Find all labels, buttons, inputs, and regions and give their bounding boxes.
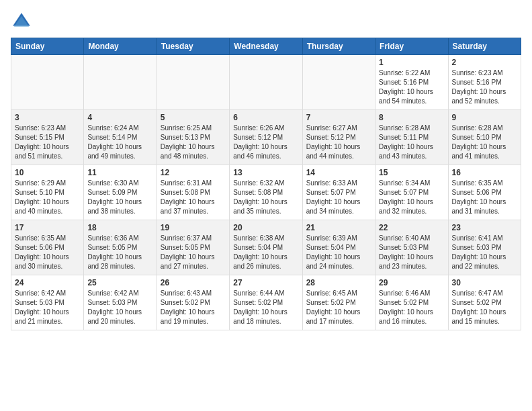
day-number: 26 <box>161 278 226 287</box>
calendar-cell: 25Sunrise: 6:42 AM Sunset: 5:03 PM Dayli… <box>84 275 157 330</box>
day-info: Sunrise: 6:38 AM Sunset: 5:04 PM Dayligh… <box>233 234 298 271</box>
day-info: Sunrise: 6:44 AM Sunset: 5:02 PM Dayligh… <box>233 289 298 326</box>
day-info: Sunrise: 6:40 AM Sunset: 5:03 PM Dayligh… <box>379 234 444 271</box>
page-header <box>11 11 521 32</box>
day-info: Sunrise: 6:22 AM Sunset: 5:16 PM Dayligh… <box>379 68 444 106</box>
weekday-header-friday: Friday <box>375 38 448 55</box>
calendar-cell: 13Sunrise: 6:32 AM Sunset: 5:08 PM Dayli… <box>230 165 302 220</box>
calendar-cell: 14Sunrise: 6:33 AM Sunset: 5:07 PM Dayli… <box>302 165 375 220</box>
day-info: Sunrise: 6:29 AM Sunset: 5:10 PM Dayligh… <box>15 179 80 216</box>
day-number: 23 <box>452 223 517 232</box>
calendar-cell: 18Sunrise: 6:36 AM Sunset: 5:05 PM Dayli… <box>84 220 157 275</box>
day-number: 12 <box>161 168 226 177</box>
calendar-cell: 2Sunrise: 6:23 AM Sunset: 5:16 PM Daylig… <box>448 55 521 110</box>
calendar-cell: 28Sunrise: 6:45 AM Sunset: 5:02 PM Dayli… <box>302 275 375 330</box>
calendar-cell: 19Sunrise: 6:37 AM Sunset: 5:05 PM Dayli… <box>157 220 229 275</box>
day-number: 6 <box>233 113 298 122</box>
calendar-cell: 15Sunrise: 6:34 AM Sunset: 5:07 PM Dayli… <box>375 165 448 220</box>
day-number: 30 <box>452 278 517 287</box>
calendar-cell: 27Sunrise: 6:44 AM Sunset: 5:02 PM Dayli… <box>230 275 302 330</box>
calendar-cell: 22Sunrise: 6:40 AM Sunset: 5:03 PM Dayli… <box>375 220 448 275</box>
calendar-cell: 20Sunrise: 6:38 AM Sunset: 5:04 PM Dayli… <box>230 220 302 275</box>
day-number: 27 <box>233 278 298 287</box>
week-row-1: 1Sunrise: 6:22 AM Sunset: 5:16 PM Daylig… <box>11 55 521 110</box>
calendar-cell: 9Sunrise: 6:28 AM Sunset: 5:10 PM Daylig… <box>448 110 521 165</box>
day-info: Sunrise: 6:25 AM Sunset: 5:13 PM Dayligh… <box>161 124 226 161</box>
day-info: Sunrise: 6:41 AM Sunset: 5:03 PM Dayligh… <box>452 234 517 271</box>
calendar-cell: 26Sunrise: 6:43 AM Sunset: 5:02 PM Dayli… <box>157 275 229 330</box>
calendar-cell: 17Sunrise: 6:35 AM Sunset: 5:06 PM Dayli… <box>11 220 84 275</box>
day-number: 16 <box>452 168 517 177</box>
day-info: Sunrise: 6:35 AM Sunset: 5:06 PM Dayligh… <box>15 234 80 271</box>
day-number: 8 <box>379 113 444 122</box>
weekday-header-thursday: Thursday <box>302 38 375 55</box>
day-number: 15 <box>379 168 444 177</box>
day-info: Sunrise: 6:35 AM Sunset: 5:06 PM Dayligh… <box>452 179 517 216</box>
day-info: Sunrise: 6:39 AM Sunset: 5:04 PM Dayligh… <box>306 234 371 271</box>
day-info: Sunrise: 6:26 AM Sunset: 5:12 PM Dayligh… <box>233 124 298 161</box>
day-info: Sunrise: 6:34 AM Sunset: 5:07 PM Dayligh… <box>379 179 444 216</box>
calendar-cell: 6Sunrise: 6:26 AM Sunset: 5:12 PM Daylig… <box>230 110 302 165</box>
calendar-cell: 3Sunrise: 6:23 AM Sunset: 5:15 PM Daylig… <box>11 110 84 165</box>
calendar-cell <box>157 55 229 110</box>
day-info: Sunrise: 6:23 AM Sunset: 5:16 PM Dayligh… <box>452 68 517 106</box>
logo-icon <box>11 11 32 32</box>
day-info: Sunrise: 6:27 AM Sunset: 5:12 PM Dayligh… <box>306 124 371 161</box>
day-number: 17 <box>15 223 80 232</box>
day-number: 24 <box>15 278 80 287</box>
calendar-cell: 4Sunrise: 6:24 AM Sunset: 5:14 PM Daylig… <box>84 110 157 165</box>
day-number: 18 <box>87 223 152 232</box>
day-number: 19 <box>161 223 226 232</box>
calendar-cell <box>230 55 302 110</box>
day-number: 29 <box>379 278 444 287</box>
calendar-cell: 24Sunrise: 6:42 AM Sunset: 5:03 PM Dayli… <box>11 275 84 330</box>
calendar-cell: 11Sunrise: 6:30 AM Sunset: 5:09 PM Dayli… <box>84 165 157 220</box>
day-number: 20 <box>233 223 298 232</box>
week-row-5: 24Sunrise: 6:42 AM Sunset: 5:03 PM Dayli… <box>11 275 521 330</box>
day-number: 9 <box>452 113 517 122</box>
day-number: 7 <box>306 113 371 122</box>
calendar-cell: 8Sunrise: 6:28 AM Sunset: 5:11 PM Daylig… <box>375 110 448 165</box>
calendar-body: 1Sunrise: 6:22 AM Sunset: 5:16 PM Daylig… <box>11 55 521 330</box>
day-info: Sunrise: 6:31 AM Sunset: 5:08 PM Dayligh… <box>161 179 226 216</box>
logo <box>11 11 35 32</box>
weekday-header-tuesday: Tuesday <box>157 38 229 55</box>
day-info: Sunrise: 6:45 AM Sunset: 5:02 PM Dayligh… <box>306 289 371 326</box>
weekday-header-wednesday: Wednesday <box>230 38 302 55</box>
day-number: 28 <box>306 278 371 287</box>
day-info: Sunrise: 6:42 AM Sunset: 5:03 PM Dayligh… <box>87 289 152 326</box>
day-info: Sunrise: 6:43 AM Sunset: 5:02 PM Dayligh… <box>161 289 226 326</box>
day-number: 5 <box>161 113 226 122</box>
calendar-cell: 12Sunrise: 6:31 AM Sunset: 5:08 PM Dayli… <box>157 165 229 220</box>
day-number: 3 <box>15 113 80 122</box>
day-number: 2 <box>452 58 517 67</box>
day-number: 13 <box>233 168 298 177</box>
day-number: 1 <box>379 58 444 67</box>
weekday-header-row: SundayMondayTuesdayWednesdayThursdayFrid… <box>11 38 521 55</box>
calendar-cell: 7Sunrise: 6:27 AM Sunset: 5:12 PM Daylig… <box>302 110 375 165</box>
day-info: Sunrise: 6:28 AM Sunset: 5:11 PM Dayligh… <box>379 124 444 161</box>
day-number: 22 <box>379 223 444 232</box>
day-number: 11 <box>87 168 152 177</box>
calendar-cell: 23Sunrise: 6:41 AM Sunset: 5:03 PM Dayli… <box>448 220 521 275</box>
calendar-cell: 29Sunrise: 6:46 AM Sunset: 5:02 PM Dayli… <box>375 275 448 330</box>
day-info: Sunrise: 6:30 AM Sunset: 5:09 PM Dayligh… <box>87 179 152 216</box>
day-info: Sunrise: 6:28 AM Sunset: 5:10 PM Dayligh… <box>452 124 517 161</box>
weekday-header-monday: Monday <box>84 38 157 55</box>
day-info: Sunrise: 6:47 AM Sunset: 5:02 PM Dayligh… <box>452 289 517 326</box>
day-info: Sunrise: 6:37 AM Sunset: 5:05 PM Dayligh… <box>161 234 226 271</box>
week-row-3: 10Sunrise: 6:29 AM Sunset: 5:10 PM Dayli… <box>11 165 521 220</box>
day-info: Sunrise: 6:33 AM Sunset: 5:07 PM Dayligh… <box>306 179 371 216</box>
weekday-header-saturday: Saturday <box>448 38 521 55</box>
calendar-cell: 16Sunrise: 6:35 AM Sunset: 5:06 PM Dayli… <box>448 165 521 220</box>
calendar-header: SundayMondayTuesdayWednesdayThursdayFrid… <box>11 38 521 55</box>
calendar-table: SundayMondayTuesdayWednesdayThursdayFrid… <box>11 38 521 330</box>
day-info: Sunrise: 6:32 AM Sunset: 5:08 PM Dayligh… <box>233 179 298 216</box>
day-number: 4 <box>87 113 152 122</box>
day-number: 14 <box>306 168 371 177</box>
calendar-cell <box>302 55 375 110</box>
day-number: 21 <box>306 223 371 232</box>
week-row-2: 3Sunrise: 6:23 AM Sunset: 5:15 PM Daylig… <box>11 110 521 165</box>
day-number: 10 <box>15 168 80 177</box>
week-row-4: 17Sunrise: 6:35 AM Sunset: 5:06 PM Dayli… <box>11 220 521 275</box>
